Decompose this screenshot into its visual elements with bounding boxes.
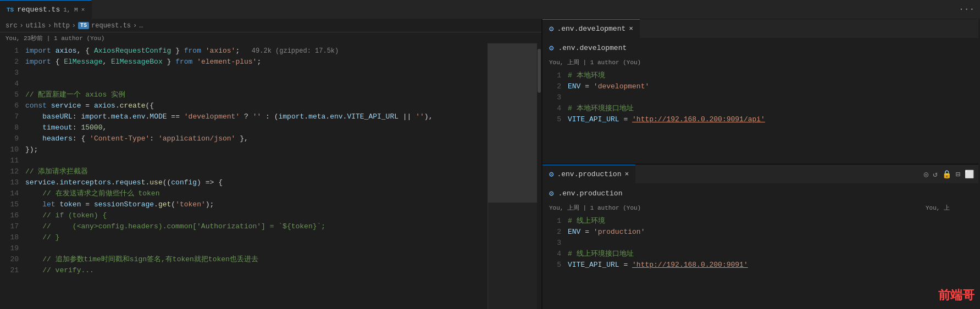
main-content: src › utils › http › TS request.ts › … Y… — [0, 19, 980, 309]
refresh-icon[interactable]: ↺ — [933, 170, 937, 179]
env-dev-title: ⚙ .env.development — [542, 38, 978, 57]
env-prod-tab-bar: ⚙ .env.production × ◎ ↺ 🔒 ⊟ ⬜ — [542, 165, 978, 184]
ts-file-icon: TS — [7, 7, 14, 13]
right-panels: ⚙ .env.development × ⚙ .env.development … — [541, 19, 978, 309]
breadcrumb-file: request.ts — [91, 22, 131, 30]
gear-icon-dev: ⚙ — [549, 24, 553, 33]
code-line-2: import { ElMessage, ElMessageBox } from … — [23, 57, 488, 68]
code-line-1: import axios, { AxiosRequestConfig } fro… — [23, 46, 488, 57]
env-prod-code-lines: # 线上环境 ENV = 'production' # 线上环境接口地址 VIT… — [566, 214, 978, 309]
env-prod-you-text: You, 上 — [926, 204, 950, 212]
eye-icon[interactable]: ◎ — [924, 170, 928, 179]
code-line-4 — [23, 78, 488, 89]
env-prod-tab[interactable]: ⚙ .env.production × — [542, 165, 635, 183]
env-prod-line-3 — [566, 238, 978, 249]
code-line-19 — [23, 243, 488, 254]
env-prod-line-numbers: 12345 — [542, 214, 566, 309]
env-prod-title: ⚙ .env.production — [542, 184, 978, 203]
code-line-15: let token = sessionStorage.get('token'); — [23, 199, 488, 210]
line-numbers: 1234 5678 9101112 13141516 17181920 21 — [0, 43, 23, 309]
expand-icon[interactable]: ⬜ — [965, 170, 974, 179]
lock-icon[interactable]: 🔒 — [942, 170, 951, 179]
breadcrumb-sep1: › — [20, 22, 24, 30]
gear-icon-title-dev: ⚙ — [549, 43, 553, 53]
env-prod-line-4: # 线上环境接口地址 — [566, 249, 978, 260]
code-line-6: const service = axios.create({ — [23, 100, 488, 111]
env-prod-line-1: # 线上环境 — [566, 216, 978, 227]
split-icon[interactable]: ⊟ — [956, 170, 960, 179]
code-line-8: timeout: 15000, — [23, 122, 488, 133]
request-ts-tab[interactable]: TS request.ts 1, M × — [0, 0, 92, 19]
breadcrumb-sep3: › — [72, 22, 76, 30]
gear-icon-title-prod: ⚙ — [549, 189, 553, 198]
env-prod-actions: ◎ ↺ 🔒 ⊟ ⬜ — [924, 170, 978, 179]
env-dev-git: You, 上周 | 1 author (You) — [542, 57, 978, 68]
env-dev-close-icon[interactable]: × — [629, 25, 633, 33]
env-dev-line-5: VITE_API_URL = 'http://192.168.0.200:909… — [566, 114, 978, 125]
breadcrumb: src › utils › http › TS request.ts › … — [0, 19, 541, 32]
git-info-main: You, 23秒前 | 1 author (You) — [0, 32, 541, 43]
code-line-17: // (<any>config.headers).common['Authori… — [23, 221, 488, 232]
code-line-9: headers: { 'Content-Type': 'application/… — [23, 133, 488, 144]
code-line-5: // 配置新建一个 axios 实例 — [23, 89, 488, 100]
env-dev-panel: ⚙ .env.development × ⚙ .env.development … — [542, 19, 978, 165]
main-tab-bar: TS request.ts 1, M × ··· — [0, 0, 980, 19]
env-dev-tab-bar: ⚙ .env.development × — [542, 19, 978, 38]
code-line-3 — [23, 68, 488, 78]
env-dev-line-1: # 本地环境 — [566, 70, 978, 81]
code-line-21: // verify... — [23, 265, 488, 276]
gear-icon-prod: ⚙ — [549, 170, 553, 179]
left-editor-panel: src › utils › http › TS request.ts › … Y… — [0, 19, 541, 309]
code-line-13: service.interceptors.request.use((config… — [23, 177, 488, 188]
env-dev-code-area: 12345 # 本地环境 ENV = 'development' # 本地环境接… — [542, 68, 978, 164]
code-area: 1234 5678 9101112 13141516 17181920 21 i… — [0, 43, 541, 309]
env-prod-close-icon[interactable]: × — [624, 170, 629, 178]
vertical-scrollbar[interactable] — [537, 43, 541, 309]
tab-label: request.ts — [17, 5, 60, 14]
code-line-10: }); — [23, 144, 488, 155]
breadcrumb-sep2: › — [48, 22, 52, 30]
minimap — [488, 43, 537, 309]
breadcrumb-sep4: › — [133, 22, 137, 30]
env-prod-line-5: VITE_API_URL = 'http://192.168.0.200:909… — [566, 260, 978, 271]
env-dev-panel-title: .env.development — [558, 44, 627, 52]
code-line-14: // 在发送请求之前做些什么 token — [23, 188, 488, 199]
more-tabs-button[interactable]: ··· — [953, 4, 980, 14]
breadcrumb-utils: utils — [26, 22, 46, 30]
env-prod-code-area: 12345 # 线上环境 ENV = 'production' # 线上环境接口… — [542, 214, 978, 309]
env-prod-git: You, 上周 | 1 author (You) You, 上 — [542, 203, 978, 214]
env-dev-tab[interactable]: ⚙ .env.development × — [542, 19, 640, 38]
breadcrumb-dots: … — [139, 22, 143, 30]
code-line-12: // 添加请求拦截器 — [23, 166, 488, 177]
env-dev-line-numbers: 12345 — [542, 68, 566, 164]
code-line-20: // 追加参数time时间戳和sign签名,有token就把token也丢进去 — [23, 254, 488, 265]
code-line-11 — [23, 155, 488, 166]
env-dev-line-4: # 本地环境接口地址 — [566, 103, 978, 114]
scrollbar-thumb[interactable] — [538, 49, 541, 93]
tab-modified-info: 1, M — [63, 7, 77, 13]
minimap-highlight — [488, 43, 537, 203]
env-dev-body: ⚙ .env.development You, 上周 | 1 author (Y… — [542, 38, 978, 164]
env-prod-tab-label: .env.production — [557, 170, 621, 178]
code-line-16: // if (token) { — [23, 210, 488, 221]
breadcrumb-http: http — [54, 22, 70, 30]
env-dev-tab-label: .env.development — [557, 25, 625, 33]
code-editor[interactable]: 1234 5678 9101112 13141516 17181920 21 i… — [0, 43, 541, 309]
env-prod-git-text: You, 上周 | 1 author (You) — [549, 205, 641, 211]
env-prod-body: ⚙ .env.production You, 上周 | 1 author (Yo… — [542, 184, 978, 309]
env-prod-line-2: ENV = 'production' — [566, 227, 978, 238]
close-icon[interactable]: × — [81, 7, 85, 13]
breadcrumb-src: src — [5, 22, 18, 30]
env-dev-code-lines: # 本地环境 ENV = 'development' # 本地环境接口地址 VI… — [566, 68, 978, 164]
env-dev-line-3 — [566, 92, 978, 103]
code-line-7: baseURL: import.meta.env.MODE == 'develo… — [23, 111, 488, 122]
code-content: import axios, { AxiosRequestConfig } fro… — [23, 43, 488, 309]
env-prod-panel-title: .env.production — [558, 189, 622, 198]
env-dev-line-2: ENV = 'development' — [566, 81, 978, 92]
ts-badge: TS — [78, 22, 89, 29]
env-prod-panel: ⚙ .env.production × ◎ ↺ 🔒 ⊟ ⬜ ⚙ — [542, 165, 978, 309]
code-line-18: // } — [23, 232, 488, 243]
